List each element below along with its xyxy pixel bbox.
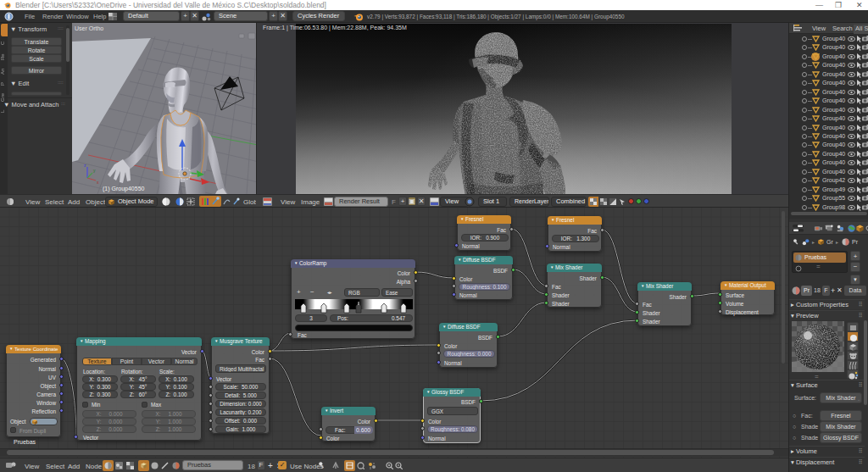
svg-text:User Ortho: User Ortho (75, 25, 103, 31)
svg-text:(1) Group40550: (1) Group40550 (103, 186, 145, 192)
